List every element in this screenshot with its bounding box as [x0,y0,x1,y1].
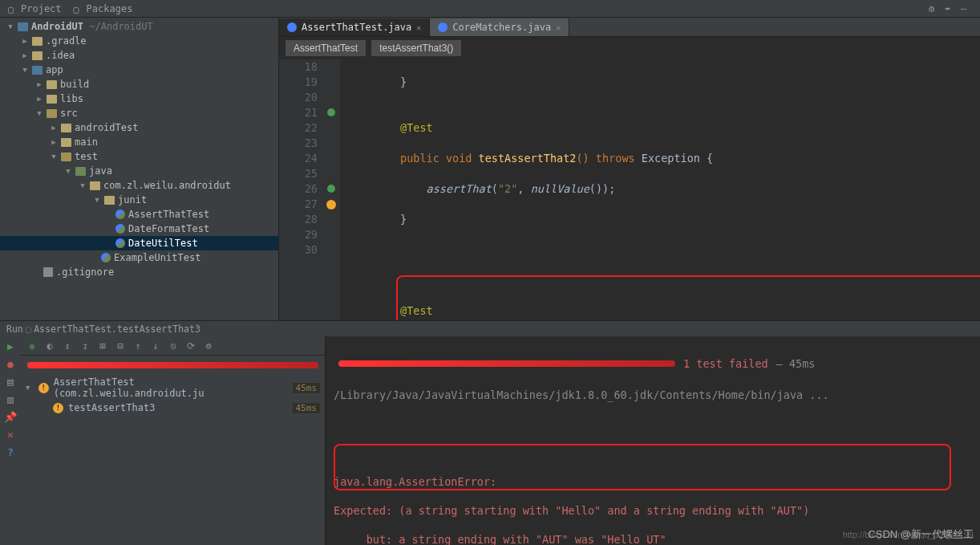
help-icon[interactable]: ? [4,445,17,458]
tree-label: java [89,165,112,177]
folder-icon [61,124,71,132]
tree-item[interactable]: .gitignore [0,265,278,279]
tree-label: .idea [46,50,75,61]
test-child-row[interactable]: ! testAssertThat3 45ms [21,401,325,415]
layout-icon[interactable]: ▤ [4,375,17,388]
code-content[interactable]: } @Test public void testAssertThat2() th… [340,59,980,320]
hide-icon[interactable]: — [961,3,972,14]
next-icon[interactable]: ↓ [149,340,162,352]
code-editor[interactable]: 18 19 20 21 22 23 24 25 26 27 28 29 30 } [279,59,980,320]
prev-icon[interactable]: ↑ [132,340,144,352]
project-panel: ▼ AndroidUT ~/AndroidUT ▶.gradle ▶.idea … [0,18,279,320]
run-gutter-icon[interactable] [327,108,335,116]
tree-root[interactable]: ▼ AndroidUT ~/AndroidUT [0,19,278,34]
pin-icon[interactable]: 📌 [4,410,17,423]
packages-tab[interactable]: ▢ Packages [74,3,133,14]
tree-item[interactable]: AssertThatTest [0,207,278,222]
code-line: } [348,212,980,227]
breadcrumb-class[interactable]: AssertThatTest [285,40,366,56]
tree-label: test [75,151,98,162]
tree-item[interactable]: ▶.idea [0,48,278,63]
line-num: 30 [284,242,318,258]
tree-item[interactable]: ▼com.zl.weilu.androidut [0,178,278,193]
line-num: 20 [284,90,318,105]
chevron-right-icon[interactable]: ▶ [21,37,29,45]
line-num: 25 [284,166,318,181]
run-gutter-icon[interactable] [327,185,335,193]
test-root-row[interactable]: ▼ ! AssertThatTest (com.zl.weilu.android… [21,375,325,401]
toggle-icon[interactable]: ◉ [26,340,38,352]
packages-tab-label: Packages [87,3,133,14]
tab-corematchers[interactable]: CoreMatchers.java✕ [430,18,569,36]
intention-bulb-icon[interactable] [326,200,336,209]
rerun-icon[interactable]: ▶ [4,340,17,352]
chevron-right-icon[interactable]: ▶ [21,51,29,59]
csdn-watermark: CSDN @新一代螺丝工 [868,527,974,542]
tree-item[interactable]: ▼junit [0,193,278,207]
breadcrumb-method[interactable]: testAssertThat3() [371,40,461,56]
chevron-down-icon[interactable]: ▼ [50,153,58,161]
folder-icon [47,80,57,89]
tree-label: main [75,136,98,148]
history-icon[interactable]: ⟳ [184,340,197,352]
fail-icon: ! [38,383,49,393]
project-tab[interactable]: ▢ Project [8,3,62,14]
close-icon[interactable]: ✕ [556,23,561,32]
collapse-icon[interactable]: ⬌ [945,3,956,14]
tree-item[interactable]: ▼test [0,149,278,164]
chevron-right-icon[interactable]: ▶ [35,80,43,88]
highlight-box [396,275,980,320]
tree-item[interactable]: DateFormatTest [0,222,278,236]
test-class-icon [115,238,125,248]
test-src-icon [75,167,86,176]
main-area: ▼ AndroidUT ~/AndroidUT ▶.gradle ▶.idea … [0,18,980,320]
gear-icon[interactable]: ⚙ [202,340,215,352]
progress-bar [338,360,675,367]
tree-item[interactable]: ▼java [0,164,278,178]
sort-icon[interactable]: ↧ [79,340,91,352]
chevron-down-icon[interactable]: ▼ [93,196,101,204]
chevron-right-icon[interactable]: ▶ [35,95,43,103]
tab-assertthat[interactable]: AssertThatTest.java✕ [279,18,430,36]
package-icon [90,181,100,190]
chevron-down-icon[interactable]: ▼ [6,22,14,31]
filter-icon[interactable]: ◐ [43,340,56,352]
chevron-down-icon[interactable]: ▼ [21,66,29,74]
chevron-down-icon[interactable]: ▼ [64,167,72,175]
chevron-down-icon[interactable]: ▼ [79,181,87,189]
tree-item[interactable]: ▶libs [0,92,278,106]
chevron-down-icon[interactable]: ▼ [35,109,43,117]
layout-icon[interactable]: ▥ [4,392,17,405]
tree-label: build [60,79,89,90]
tree-item[interactable]: ▶androidTest [0,120,278,135]
chevron-down-icon[interactable]: ▼ [26,384,34,392]
tree-item[interactable]: ExampleUnitTest [0,250,278,265]
collapse-icon[interactable]: ⊟ [114,340,127,352]
tab-label: CoreMatchers.java [452,22,551,33]
close-icon[interactable]: ✕ [4,428,17,441]
tree-item[interactable]: ▼src [0,106,278,120]
folder-icon [61,138,71,147]
line-num: 29 [284,227,318,242]
tree-label: DateFormatTest [128,223,209,234]
tree-item[interactable]: ▶build [0,77,278,92]
java-icon [287,22,297,32]
tree-item[interactable]: ▼app [0,63,278,77]
stop-icon[interactable]: ● [4,357,17,370]
code-line: public void testAssertThat2() throws Exc… [348,151,980,166]
chevron-right-icon[interactable]: ▶ [50,138,58,146]
chevron-right-icon[interactable]: ▶ [50,124,58,132]
tree-label: AndroidUT ~/AndroidUT [31,21,153,32]
console-output[interactable]: 1 test failed – 45ms /Library/Java/JavaV… [326,336,980,545]
tree-item[interactable]: ▶.gradle [0,34,278,48]
tree-item[interactable]: ▶main [0,135,278,149]
tree-item-selected[interactable]: DateUtilTest [0,236,278,250]
sort-icon[interactable]: ↕ [61,340,74,352]
test-class-icon [101,253,111,262]
close-icon[interactable]: ✕ [416,23,421,32]
run-config: AssertThatTest.testAssertThat3 [34,323,200,335]
project-tree[interactable]: ▼ AndroidUT ~/AndroidUT ▶.gradle ▶.idea … [0,18,278,320]
expand-icon[interactable]: ⊞ [96,340,109,352]
settings-icon[interactable]: ⚙ [929,3,940,14]
export-icon[interactable]: ⎋ [167,340,180,352]
